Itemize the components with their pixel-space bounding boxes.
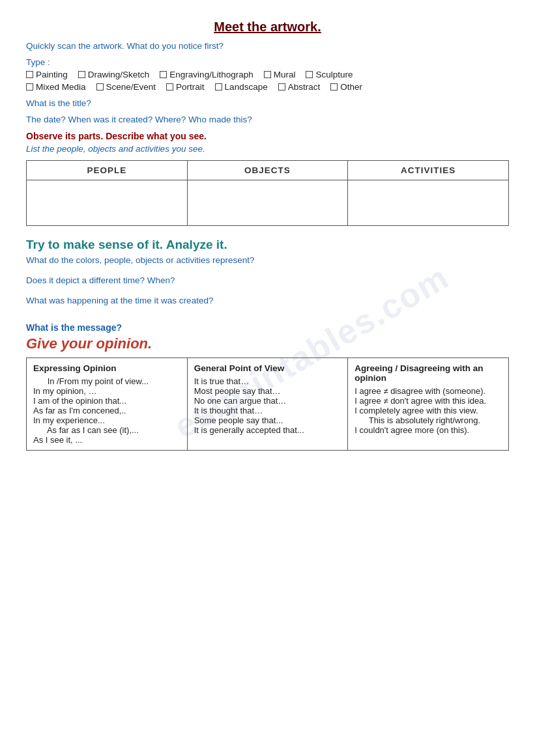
checkbox-label: Painting (36, 70, 68, 79)
checkbox-label: Landscape (225, 82, 268, 92)
col-activities: ACTIVITIES (348, 161, 509, 180)
cell-people[interactable] (27, 180, 188, 226)
checkboxes-row1: Painting Drawing/Sketch Engraving/Lithog… (26, 70, 509, 79)
checkbox-box[interactable] (160, 71, 167, 78)
general-lines: It is true that… Most people say that… N… (194, 376, 341, 435)
checkbox-box[interactable] (264, 71, 271, 78)
checkboxes-row2: Mixed Media Scene/Event Portrait Landsca… (26, 82, 509, 92)
checkbox-engraving[interactable]: Engraving/Lithograph (160, 70, 253, 79)
checkbox-box[interactable] (278, 83, 285, 91)
what-message: What is the message? (26, 322, 509, 333)
checkbox-box[interactable] (78, 71, 85, 78)
type-label: Type : (26, 57, 509, 67)
checkbox-abstract[interactable]: Abstract (278, 82, 321, 92)
observe-bold: Observe its parts. Describe what you see… (26, 131, 509, 141)
opinion-col-general: General Point of View It is true that… M… (187, 358, 348, 451)
cell-activities[interactable] (348, 180, 509, 226)
checkbox-drawing[interactable]: Drawing/Sketch (78, 70, 150, 79)
checkbox-box[interactable] (96, 83, 104, 91)
analyze-title: Try to make sense of it. Analyze it. (26, 238, 509, 252)
opinion-table: Expressing Opinion In /From my point of … (26, 357, 509, 451)
checkbox-label: Portrait (176, 82, 205, 92)
checkbox-landscape[interactable]: Landscape (215, 82, 268, 92)
checkbox-other[interactable]: Other (330, 82, 362, 92)
give-opinion-title: Give your opinion. (26, 335, 509, 352)
checkbox-sculpture[interactable]: Sculpture (306, 70, 353, 79)
checkbox-mixed-media[interactable]: Mixed Media (26, 82, 86, 92)
checkbox-label: Engraving/Lithograph (169, 70, 253, 79)
checkbox-box[interactable] (215, 83, 222, 91)
checkbox-label: Mural (274, 70, 296, 79)
checkbox-label: Other (340, 82, 362, 92)
checkbox-box[interactable] (26, 71, 33, 78)
people-objects-table: PEOPLE OBJECTS ACTIVITIES (26, 160, 509, 226)
expressing-title: Expressing Opinion (33, 363, 181, 373)
checkbox-label: Sculpture (315, 70, 353, 79)
checkbox-label: Mixed Media (36, 82, 86, 92)
checkbox-label: Scene/Event (106, 82, 156, 92)
expressing-lines: In /From my point of view... In my opini… (33, 376, 181, 445)
q-date: The date? When was it created? Where? Wh… (26, 115, 509, 124)
checkbox-label: Abstract (288, 82, 321, 92)
col-objects: OBJECTS (187, 161, 348, 180)
checkbox-scene[interactable]: Scene/Event (96, 82, 156, 92)
checkbox-box[interactable] (306, 71, 313, 78)
analyze-q1: What do the colors, people, objects or a… (26, 255, 509, 265)
opinion-col-agreeing: Agreeing / Disagreeing with an opinion I… (348, 358, 509, 451)
cell-objects[interactable] (187, 180, 348, 226)
observe-italic: List the people, objects and activities … (26, 144, 509, 154)
agreeing-lines: I agree ≠ disagree with (someone). I agr… (354, 386, 502, 435)
opinion-col-expressing: Expressing Opinion In /From my point of … (27, 358, 188, 451)
analyze-q3: What was happening at the time it was cr… (26, 296, 509, 305)
checkbox-box[interactable] (166, 83, 173, 91)
q-title: What is the title? (26, 98, 509, 108)
page-title: Meet the artwork. (26, 20, 509, 35)
checkbox-box[interactable] (26, 83, 33, 91)
agreeing-title: Agreeing / Disagreeing with an opinion (354, 363, 502, 383)
checkbox-portrait[interactable]: Portrait (166, 82, 205, 92)
checkbox-label: Drawing/Sketch (88, 70, 150, 79)
checkbox-painting[interactable]: Painting (26, 70, 68, 79)
checkbox-mural[interactable]: Mural (264, 70, 296, 79)
intro-question: Quickly scan the artwork. What do you no… (26, 41, 509, 51)
checkbox-box[interactable] (330, 83, 338, 91)
general-title: General Point of View (194, 363, 341, 373)
col-people: PEOPLE (27, 161, 188, 180)
analyze-q2: Does it depict a different time? When? (26, 275, 509, 285)
